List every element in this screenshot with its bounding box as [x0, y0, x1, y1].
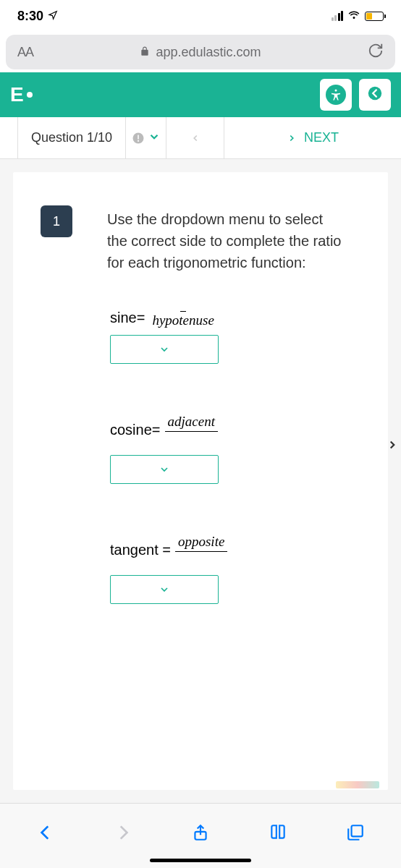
svg-point-4: [137, 140, 138, 141]
app-logo: E: [10, 83, 33, 106]
forward-button[interactable]: [107, 817, 139, 848]
accessibility-button[interactable]: [320, 79, 352, 111]
fraction-numerator: adjacent: [165, 414, 218, 432]
next-button[interactable]: NEXT: [224, 117, 401, 158]
app-header: E: [0, 72, 401, 117]
location-icon: [48, 9, 58, 24]
question-counter: Question 1/10: [17, 117, 126, 158]
dropdown-tangent[interactable]: [110, 575, 219, 604]
powered-badge: [336, 781, 379, 788]
battery-icon: [365, 12, 384, 21]
bookmarks-button[interactable]: [262, 817, 294, 848]
fraction-numerator: opposite: [175, 535, 227, 552]
status-time: 8:30: [17, 9, 43, 24]
chevron-down-icon: [159, 344, 170, 355]
book-icon: [269, 823, 287, 842]
share-button[interactable]: [185, 817, 216, 848]
question-number-badge: 1: [41, 205, 72, 237]
fraction-denominator: hypotenuse: [149, 312, 216, 326]
prev-button[interactable]: [166, 117, 224, 158]
chevron-right-icon: [386, 438, 399, 451]
question-prompt: Use the dropdown menu to select the corr…: [107, 208, 342, 273]
function-tangent: tangent = opposite: [110, 535, 371, 604]
chevron-left-icon: [36, 823, 55, 842]
function-cosine: cosine= adjacent: [110, 414, 371, 484]
fraction-denominator: [188, 432, 194, 446]
url-text: app.edulastic.com: [156, 45, 261, 60]
url-bar[interactable]: AA app.edulastic.com: [6, 35, 395, 69]
svg-rect-6: [351, 825, 362, 836]
home-indicator[interactable]: [150, 859, 251, 862]
svg-point-0: [335, 90, 337, 92]
question-card: 1 Use the dropdown menu to select the co…: [13, 172, 388, 790]
arrow-left-icon: [367, 85, 383, 104]
flag-button[interactable]: [126, 117, 166, 158]
status-bar: 8:30: [0, 0, 401, 32]
dropdown-sine[interactable]: [110, 335, 219, 364]
tabs-button[interactable]: [339, 817, 371, 848]
content-area: 1 Use the dropdown menu to select the co…: [0, 159, 401, 803]
chevron-down-icon: [148, 130, 161, 146]
fraction-denominator: [198, 552, 204, 566]
safari-toolbar: [0, 803, 401, 868]
chevron-right-icon: [287, 133, 297, 143]
function-label: tangent =: [110, 542, 171, 558]
accessibility-icon: [326, 85, 346, 105]
dropdown-cosine[interactable]: [110, 455, 219, 484]
wifi-icon: [347, 8, 360, 25]
signal-icon: [332, 11, 344, 21]
function-label: sine=: [110, 310, 145, 326]
tabs-icon: [346, 823, 365, 842]
function-sine: sine= hypotenuse: [110, 310, 371, 364]
chevron-right-icon: [114, 823, 132, 842]
lock-icon: [140, 45, 150, 60]
next-label: NEXT: [304, 130, 339, 145]
text-size-button[interactable]: AA: [17, 45, 33, 60]
side-next-button[interactable]: [384, 427, 401, 463]
function-label: cosine=: [110, 422, 161, 438]
chevron-down-icon: [159, 584, 170, 595]
svg-rect-3: [138, 135, 139, 139]
back-button[interactable]: [30, 817, 62, 848]
svg-point-1: [368, 87, 381, 100]
refresh-icon[interactable]: [368, 43, 384, 62]
share-icon: [191, 823, 210, 842]
question-nav: Question 1/10 NEXT: [0, 117, 401, 159]
chevron-down-icon: [159, 464, 170, 475]
exit-button[interactable]: [359, 79, 391, 111]
